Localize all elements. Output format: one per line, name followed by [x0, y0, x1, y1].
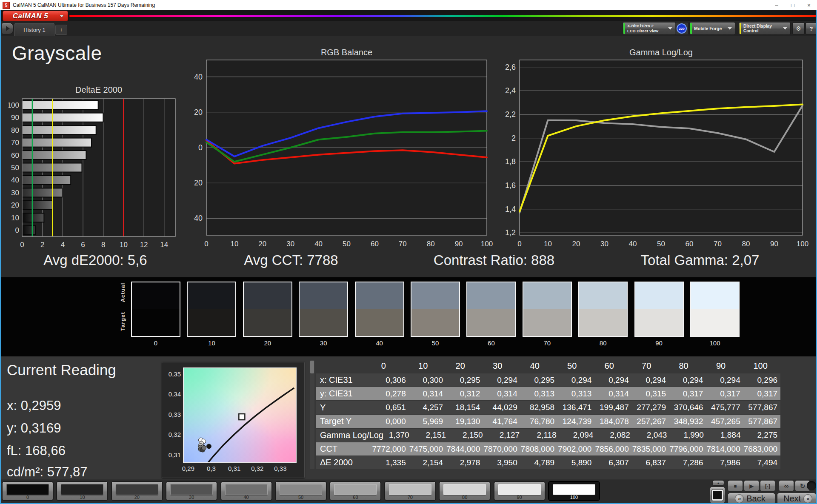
help-button[interactable]: ?: [806, 23, 817, 34]
row-label: x: CIE31: [316, 375, 371, 385]
table-cell: 0,314: [483, 389, 520, 399]
level-button-0[interactable]: 0: [2, 481, 54, 501]
swatch-target-10: [188, 309, 235, 336]
add-tab-button[interactable]: +: [55, 25, 67, 35]
stop-button[interactable]: ■: [728, 480, 743, 492]
table-cell: 0,317: [706, 389, 743, 399]
play-right-icon: [6, 26, 10, 31]
svg-text:2: 2: [511, 134, 516, 142]
chevron-left-icon: «: [735, 494, 744, 503]
current-reading-line-1: y: 0,3169: [7, 421, 61, 436]
svg-text:70: 70: [714, 240, 722, 248]
table-cell: 7856,000: [594, 444, 631, 454]
rainbow-divider: [69, 15, 816, 17]
table-cell: 184,078: [594, 417, 631, 426]
chevron-down-icon: [668, 27, 672, 30]
table-cell: 2,150: [449, 430, 486, 440]
row-label: Gamma Log/Log: [316, 430, 375, 440]
column-header-50: 50: [557, 361, 594, 371]
level-button-80[interactable]: 80: [439, 481, 491, 501]
table-cell: 370,646: [669, 403, 706, 412]
svg-text:Gamma Log/Log: Gamma Log/Log: [629, 48, 693, 57]
level-button-20[interactable]: 20: [111, 481, 163, 501]
play-button[interactable]: ▶: [744, 480, 759, 492]
svg-text:70: 70: [11, 139, 19, 147]
display-control-dropdown[interactable]: Direct Display Control: [739, 22, 791, 35]
source-dropdown[interactable]: Mobile Forge: [689, 22, 735, 35]
meter-patch-badge[interactable]: 220: [677, 23, 687, 34]
table-cell: 7814,000: [706, 444, 743, 454]
level-label: 70: [385, 495, 435, 500]
close-button[interactable]: ×: [801, 0, 817, 10]
table-cell: 0,000: [371, 417, 408, 426]
help-icon: ?: [810, 26, 813, 32]
swatch-target-60: [467, 309, 515, 336]
svg-text:70: 70: [399, 240, 407, 248]
swatch-actual-30: [300, 282, 347, 309]
current-reading-line-0: x: 0,2959: [7, 398, 61, 413]
deltae-2000-chart: DeltaE 200002468101214100908070605040302…: [9, 82, 187, 253]
step-icon: [·]: [765, 483, 770, 489]
up-arrow-icon: ▲: [717, 481, 720, 484]
level-button-10[interactable]: 10: [56, 481, 108, 501]
table-scrollbar[interactable]: [310, 360, 314, 469]
minimize-button[interactable]: –: [768, 0, 785, 10]
svg-text:50: 50: [657, 240, 665, 248]
loop-button[interactable]: ∞: [779, 480, 794, 492]
tab-history-1[interactable]: History 1: [14, 23, 54, 36]
level-button-30[interactable]: 30: [166, 481, 217, 501]
level-patch-80: [443, 484, 486, 495]
swatch-90: [634, 282, 684, 337]
cie-x-tick: 0,29: [178, 465, 198, 472]
settings-button[interactable]: ⚙: [792, 23, 805, 34]
swatch-actual-70: [523, 282, 571, 309]
calman-logo-text: CalMAN 5: [3, 12, 58, 20]
column-header-40: 40: [520, 361, 557, 371]
table-cell: 7,986: [706, 458, 743, 467]
svg-text:-40: -40: [194, 214, 203, 222]
swatch-50: [411, 282, 460, 337]
maximize-button[interactable]: □: [785, 0, 801, 10]
svg-text:10: 10: [120, 241, 128, 249]
level-patch-90: [498, 484, 541, 495]
level-button-50[interactable]: 50: [275, 481, 327, 501]
swatch-actual-100: [691, 282, 739, 309]
level-button-60[interactable]: 60: [329, 481, 381, 501]
table-cell: 348,932: [669, 417, 706, 426]
level-button-40[interactable]: 40: [220, 481, 272, 501]
scrollbar-thumb[interactable]: [310, 361, 314, 373]
svg-text:40: 40: [11, 176, 19, 184]
level-button-70[interactable]: 70: [384, 481, 436, 501]
table-row-5: CCT7772,0007475,0007844,0007870,0007808,…: [316, 442, 780, 456]
table-cell: 4,257: [409, 403, 446, 412]
swatch-actual-0: [132, 282, 180, 309]
table-cell: 475,777: [706, 403, 743, 412]
meter-dropdown[interactable]: X-Rite i1Pro 2 LCD Direct View: [623, 22, 676, 35]
table-cell: 0,313: [557, 389, 594, 399]
calman-menu-button[interactable]: CalMAN 5: [3, 11, 68, 21]
pattern-window-up-button[interactable]: ▲: [712, 480, 724, 486]
step-button[interactable]: [·]: [760, 480, 775, 492]
row-label: Target Y: [316, 416, 371, 426]
table-cell: 7870,000: [483, 444, 520, 454]
swatch-60: [466, 282, 516, 337]
status-indicator-light: [807, 481, 816, 490]
table-cell: 3,950: [483, 458, 520, 467]
table-cell: 457,265: [706, 417, 743, 426]
history-nav-button[interactable]: [2, 23, 14, 34]
grayscale-swatch-strip: Actual Target 0102030405060708090100: [0, 277, 817, 356]
table-cell: 257,267: [632, 417, 669, 426]
level-patch-10: [61, 484, 103, 495]
cie-1931-plot: [183, 367, 297, 463]
table-cell: 2,082: [596, 430, 633, 440]
table-cell: 0,314: [594, 389, 631, 399]
calman-menu-arrow[interactable]: [58, 11, 68, 21]
level-button-90[interactable]: 90: [494, 481, 546, 501]
patch-window-icon: [712, 490, 723, 501]
level-button-100[interactable]: 100: [548, 481, 600, 501]
svg-text:20: 20: [258, 240, 266, 248]
swatch-target-0: [132, 309, 180, 336]
svg-text:2,6: 2,6: [505, 63, 516, 71]
pattern-window-button[interactable]: [710, 487, 725, 504]
svg-text:80: 80: [11, 126, 19, 134]
